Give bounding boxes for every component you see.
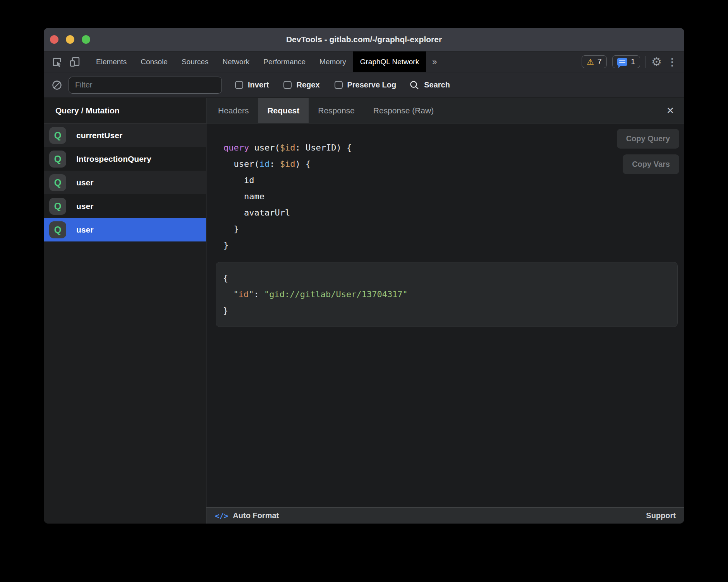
query-type-badge: Q (49, 198, 66, 215)
toolbar-left-icons (44, 54, 89, 70)
variables-line: } (223, 303, 670, 319)
variables-line: { (223, 270, 670, 286)
request-detail-tabs: HeadersRequestResponseResponse (Raw) ✕ (206, 98, 684, 123)
query-list-item-currentuser[interactable]: QcurrentUser (44, 123, 206, 147)
inspect-element-icon[interactable] (49, 54, 65, 70)
tab-elements[interactable]: Elements (89, 51, 134, 72)
query-name: user (76, 178, 93, 187)
query-code-line: } (223, 221, 684, 237)
support-link[interactable]: Support (646, 511, 676, 520)
checkbox-box-preserve-log[interactable] (335, 81, 343, 89)
tab-response[interactable]: Response (309, 98, 364, 123)
query-type-badge: Q (49, 174, 66, 191)
query-code-line: name (223, 188, 684, 205)
request-tab-content: query user($id: UserID) { user(id: $id) … (206, 123, 684, 507)
graphql-query-code: query user($id: UserID) { user(id: $id) … (223, 140, 684, 253)
copy-query-button[interactable]: Copy Query (617, 129, 679, 149)
more-tabs-chevron-icon[interactable]: » (426, 51, 443, 72)
checkbox-label: Preserve Log (347, 80, 397, 89)
warning-icon: ⚠ (587, 58, 594, 66)
main-tabs: ElementsConsoleSourcesNetworkPerformance… (89, 51, 426, 72)
tab-console[interactable]: Console (134, 51, 175, 72)
filter-bar: InvertRegexPreserve Log Search (44, 72, 684, 98)
toolbar-separator (85, 56, 85, 68)
checkbox-regex[interactable]: Regex (283, 80, 319, 89)
checkbox-box-regex[interactable] (283, 81, 292, 89)
zoom-window-button[interactable] (82, 35, 90, 44)
titlebar[interactable]: DevTools - gitlab.com/-/graphql-explorer (44, 28, 684, 51)
query-type-badge: Q (49, 127, 66, 144)
checkbox-box-invert[interactable] (235, 81, 243, 89)
tab-graphql-network[interactable]: GraphQL Network (353, 51, 426, 72)
query-type-badge: Q (49, 151, 66, 168)
traffic-lights (50, 35, 90, 44)
request-detail-panel: HeadersRequestResponseResponse (Raw) ✕ q… (206, 98, 684, 524)
checkbox-label: Regex (296, 80, 319, 89)
panel-footer: </> Auto Format Support (206, 507, 684, 524)
tab-response-raw[interactable]: Response (Raw) (364, 98, 443, 123)
tab-request[interactable]: Request (258, 98, 309, 123)
search-label: Search (424, 80, 450, 89)
message-bubble-icon (617, 58, 627, 66)
issue-count: 1 (631, 57, 635, 66)
tab-performance[interactable]: Performance (256, 51, 312, 72)
window-title: DevTools - gitlab.com/-/graphql-explorer (44, 35, 684, 44)
query-type-badge: Q (49, 221, 66, 238)
checkbox-invert[interactable]: Invert (235, 80, 269, 89)
query-list-item-user[interactable]: Quser (44, 218, 206, 241)
close-panel-icon[interactable]: ✕ (666, 105, 674, 116)
query-name: currentUser (76, 131, 122, 140)
checkbox-label: Invert (248, 80, 269, 89)
query-variables-box: { "id": "gid://gitlab/User/13704317"} (216, 262, 678, 327)
toolbar-separator (646, 56, 646, 68)
query-list: QcurrentUserQIntrospectionQueryQuserQuse… (44, 123, 206, 241)
devtools-window: DevTools - gitlab.com/-/graphql-explorer… (44, 28, 684, 524)
auto-format-button[interactable]: Auto Format (233, 511, 279, 520)
tab-network[interactable]: Network (216, 51, 257, 72)
query-list-item-user[interactable]: Quser (44, 171, 206, 194)
search-icon (409, 80, 419, 90)
clear-filter-icon[interactable] (52, 80, 62, 91)
query-code-line: avatarUrl (223, 205, 684, 221)
more-options-icon[interactable]: ⋮ (667, 57, 677, 67)
query-code-line: query user($id: UserID) { (223, 140, 684, 156)
tab-memory[interactable]: Memory (312, 51, 353, 72)
query-code-line: user(id: $id) { (223, 156, 684, 172)
settings-gear-icon[interactable]: ⚙ (651, 56, 662, 68)
query-code-line: } (223, 237, 684, 253)
checkbox-preserve-log[interactable]: Preserve Log (335, 80, 397, 89)
query-name: user (76, 225, 93, 235)
copy-vars-button[interactable]: Copy Vars (623, 154, 679, 174)
warnings-badge[interactable]: ⚠ 7 (582, 55, 607, 68)
query-name: user (76, 202, 93, 211)
warning-count: 7 (598, 57, 602, 66)
auto-format-icon: </> (215, 512, 228, 520)
query-list-item-user[interactable]: Quser (44, 194, 206, 218)
search-toggle[interactable]: Search (409, 80, 450, 90)
issues-badge[interactable]: 1 (612, 55, 640, 68)
close-window-button[interactable] (50, 35, 58, 44)
device-toolbar-icon[interactable] (67, 54, 82, 70)
query-list-panel: Query / Mutation QcurrentUserQIntrospect… (44, 98, 206, 524)
query-name: IntrospectionQuery (76, 154, 151, 164)
filter-input[interactable] (69, 77, 222, 94)
minimize-window-button[interactable] (66, 35, 74, 44)
devtools-tabbar: ElementsConsoleSourcesNetworkPerformance… (44, 51, 684, 72)
tab-headers[interactable]: Headers (209, 98, 258, 123)
tab-sources[interactable]: Sources (175, 51, 216, 72)
toolbar-right: ⚠ 7 1 ⚙ ⋮ (582, 55, 684, 68)
variables-line: "id": "gid://gitlab/User/13704317" (223, 286, 670, 303)
query-list-header: Query / Mutation (44, 98, 206, 123)
query-list-item-introspectionquery[interactable]: QIntrospectionQuery (44, 147, 206, 171)
filter-checkboxes: InvertRegexPreserve Log (235, 80, 396, 89)
query-code-line: id (223, 172, 684, 188)
